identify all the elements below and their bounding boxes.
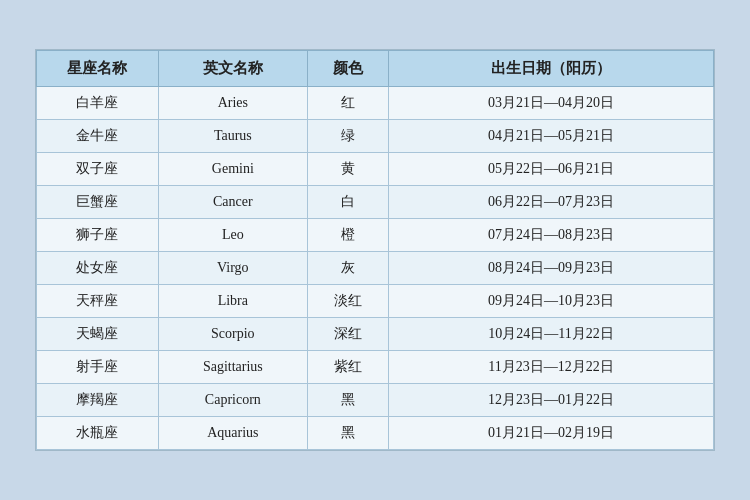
table-row: 天蝎座Scorpio深红10月24日—11月22日 (37, 318, 714, 351)
table-row: 天秤座Libra淡红09月24日—10月23日 (37, 285, 714, 318)
table-row: 水瓶座Aquarius黑01月21日—02月19日 (37, 417, 714, 450)
cell-en-name: Cancer (158, 186, 307, 219)
cell-en-name: Virgo (158, 252, 307, 285)
cell-zh-name: 狮子座 (37, 219, 159, 252)
cell-date: 06月22日—07月23日 (389, 186, 714, 219)
cell-zh-name: 摩羯座 (37, 384, 159, 417)
table-row: 双子座Gemini黄05月22日—06月21日 (37, 153, 714, 186)
header-en-name: 英文名称 (158, 51, 307, 87)
cell-color: 红 (307, 87, 388, 120)
cell-date: 05月22日—06月21日 (389, 153, 714, 186)
cell-color: 橙 (307, 219, 388, 252)
cell-zh-name: 天秤座 (37, 285, 159, 318)
cell-date: 08月24日—09月23日 (389, 252, 714, 285)
cell-zh-name: 巨蟹座 (37, 186, 159, 219)
cell-en-name: Gemini (158, 153, 307, 186)
cell-zh-name: 金牛座 (37, 120, 159, 153)
cell-zh-name: 处女座 (37, 252, 159, 285)
cell-color: 白 (307, 186, 388, 219)
cell-en-name: Sagittarius (158, 351, 307, 384)
header-zh-name: 星座名称 (37, 51, 159, 87)
table-body: 白羊座Aries红03月21日—04月20日金牛座Taurus绿04月21日—0… (37, 87, 714, 450)
zodiac-table-container: 星座名称 英文名称 颜色 出生日期（阳历） 白羊座Aries红03月21日—04… (35, 49, 715, 451)
cell-color: 绿 (307, 120, 388, 153)
cell-en-name: Leo (158, 219, 307, 252)
cell-date: 09月24日—10月23日 (389, 285, 714, 318)
table-row: 狮子座Leo橙07月24日—08月23日 (37, 219, 714, 252)
cell-color: 深红 (307, 318, 388, 351)
cell-date: 07月24日—08月23日 (389, 219, 714, 252)
table-header-row: 星座名称 英文名称 颜色 出生日期（阳历） (37, 51, 714, 87)
cell-en-name: Scorpio (158, 318, 307, 351)
cell-date: 01月21日—02月19日 (389, 417, 714, 450)
table-row: 金牛座Taurus绿04月21日—05月21日 (37, 120, 714, 153)
cell-en-name: Taurus (158, 120, 307, 153)
table-row: 摩羯座Capricorn黑12月23日—01月22日 (37, 384, 714, 417)
cell-zh-name: 双子座 (37, 153, 159, 186)
cell-date: 12月23日—01月22日 (389, 384, 714, 417)
table-row: 白羊座Aries红03月21日—04月20日 (37, 87, 714, 120)
cell-zh-name: 水瓶座 (37, 417, 159, 450)
cell-date: 04月21日—05月21日 (389, 120, 714, 153)
header-color: 颜色 (307, 51, 388, 87)
table-row: 处女座Virgo灰08月24日—09月23日 (37, 252, 714, 285)
cell-en-name: Libra (158, 285, 307, 318)
cell-zh-name: 射手座 (37, 351, 159, 384)
cell-date: 03月21日—04月20日 (389, 87, 714, 120)
cell-en-name: Aquarius (158, 417, 307, 450)
cell-en-name: Aries (158, 87, 307, 120)
cell-date: 11月23日—12月22日 (389, 351, 714, 384)
zodiac-table: 星座名称 英文名称 颜色 出生日期（阳历） 白羊座Aries红03月21日—04… (36, 50, 714, 450)
cell-color: 黄 (307, 153, 388, 186)
cell-color: 黑 (307, 384, 388, 417)
cell-zh-name: 白羊座 (37, 87, 159, 120)
cell-color: 灰 (307, 252, 388, 285)
table-row: 射手座Sagittarius紫红11月23日—12月22日 (37, 351, 714, 384)
cell-color: 黑 (307, 417, 388, 450)
table-row: 巨蟹座Cancer白06月22日—07月23日 (37, 186, 714, 219)
cell-zh-name: 天蝎座 (37, 318, 159, 351)
cell-en-name: Capricorn (158, 384, 307, 417)
header-date: 出生日期（阳历） (389, 51, 714, 87)
cell-date: 10月24日—11月22日 (389, 318, 714, 351)
cell-color: 紫红 (307, 351, 388, 384)
cell-color: 淡红 (307, 285, 388, 318)
